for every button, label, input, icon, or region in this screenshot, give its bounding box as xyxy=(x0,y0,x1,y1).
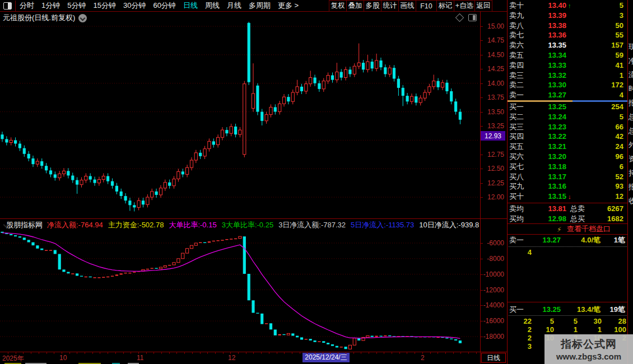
menu-item-4[interactable]: 30分钟 xyxy=(123,1,146,11)
menu-item-7[interactable]: 周线 xyxy=(205,1,220,11)
level-volume: 24 xyxy=(586,142,623,152)
flow-bar xyxy=(208,241,211,242)
menu-item-10[interactable]: 更多 > xyxy=(278,1,299,11)
candlestick-plot[interactable] xyxy=(0,11,480,218)
clipped-tab-glyph[interactable]: 时 xyxy=(629,84,633,94)
divider xyxy=(508,302,628,302)
menu-item-1[interactable]: 1分钟 xyxy=(41,1,60,11)
chart-title: 元祖股份(日线.前复权) xyxy=(3,13,75,23)
menu-item-9[interactable]: 多周期 xyxy=(249,1,271,11)
order-book-row[interactable]: 卖四13.3341 xyxy=(508,60,628,71)
clipped-tab-glyph[interactable]: 流 xyxy=(629,70,633,80)
clipped-tab-glyph[interactable]: 外 xyxy=(629,140,633,150)
order-book-row[interactable]: 买三13.2366 xyxy=(508,122,628,132)
menu-item-5[interactable]: 60分钟 xyxy=(153,1,175,11)
chevron-down-icon[interactable] xyxy=(78,14,87,22)
level-volume: 6 xyxy=(586,162,623,172)
order-book-row[interactable]: 卖七13.3655 xyxy=(508,30,628,40)
summary-label-2: 总买 xyxy=(570,214,585,224)
year-label: 2025年 xyxy=(2,354,24,363)
main-candle-chart[interactable]: 元祖股份(日线.前复权) xyxy=(0,11,481,218)
order-book-row[interactable]: 卖五13.3459 xyxy=(508,50,628,60)
tool-item-7[interactable]: +自选 xyxy=(454,0,475,12)
price-axis-label: 12.75 xyxy=(487,151,504,158)
level-price: 13.33 xyxy=(530,60,566,71)
candle-body xyxy=(106,176,109,181)
order-book-row[interactable]: 卖九13.393 xyxy=(508,11,628,21)
order-book-row[interactable]: 买四13.2242 xyxy=(508,132,628,142)
clipped-tab-glyph[interactable]: 报 xyxy=(629,98,633,108)
indicator-panel[interactable]: 股朋指标网 净流入额:-764.94主力资金:-502.78大单比率:-0.15… xyxy=(0,218,481,352)
clipped-tab-glyph[interactable]: 净 xyxy=(629,56,633,66)
menu-item-2[interactable]: 5分钟 xyxy=(67,1,86,11)
tool-item-3[interactable]: 统计 xyxy=(381,0,399,12)
candle-body xyxy=(432,81,435,87)
order-book-row[interactable]: 买十13.15↓12 xyxy=(508,192,628,202)
deep-quote-link[interactable]: 查看千档盘口 xyxy=(567,224,611,234)
order-book-row[interactable]: 卖一13.274 xyxy=(508,90,628,100)
candle-body xyxy=(27,154,30,158)
candle-body xyxy=(248,23,250,82)
divider xyxy=(508,203,628,203)
tool-item-1[interactable]: 叠加 xyxy=(347,0,364,12)
axis-tick xyxy=(480,274,483,275)
axis-tick xyxy=(480,321,483,321)
date-tick xyxy=(77,352,77,354)
level-price: 13.40 xyxy=(530,1,566,11)
queue-volume: 5 xyxy=(556,317,578,325)
period-badge[interactable]: 日线 xyxy=(481,353,506,363)
clipped-tab-glyph[interactable]: 报 xyxy=(629,182,633,192)
candle-body xyxy=(177,171,180,179)
order-book-row[interactable]: 买九13.1693 xyxy=(508,181,628,192)
tool-item-2[interactable]: 多股 xyxy=(364,0,381,12)
clipped-tab-glyph[interactable]: 总 xyxy=(629,126,633,136)
menu-item-6[interactable]: 日线 xyxy=(183,1,198,11)
candle-body xyxy=(366,62,369,69)
watermark: 指标公式网 www.zbgs3.com xyxy=(544,334,633,364)
order-book-row[interactable]: 买五13.2124 xyxy=(508,142,628,152)
window-split-icon[interactable] xyxy=(468,14,477,21)
candle-body xyxy=(388,68,391,74)
level-price: 13.22 xyxy=(530,132,566,142)
price-axis-label: 15.00 xyxy=(487,22,504,30)
candle-body xyxy=(265,115,268,121)
order-book-row[interactable]: 卖十13.40↑5 xyxy=(508,1,628,11)
order-book-row[interactable]: 卖三13.321 xyxy=(508,71,628,81)
tool-item-8[interactable]: 返回 xyxy=(475,0,492,12)
tool-item-4[interactable]: 画线 xyxy=(399,0,416,12)
flow-bar xyxy=(212,241,215,241)
clipped-tab-glyph[interactable]: 收 xyxy=(629,196,633,206)
candle-body xyxy=(406,96,409,101)
menu-item-0[interactable]: 分时 xyxy=(20,1,34,11)
order-book-row[interactable]: 卖八13.3850 xyxy=(508,21,628,31)
flow-bar xyxy=(102,277,105,278)
tool-item-6[interactable]: 标记 xyxy=(437,0,454,12)
diamond-icon[interactable] xyxy=(455,13,464,22)
flow-axis-label: -6000 xyxy=(487,239,504,247)
order-book-row[interactable]: 卖六13.35157 xyxy=(508,40,628,50)
order-book-row[interactable]: 买一13.25254 xyxy=(508,102,628,112)
menu-item-8[interactable]: 月线 xyxy=(227,1,241,11)
candle-body xyxy=(62,171,65,174)
order-book-row[interactable]: 买七13.186 xyxy=(508,162,628,172)
candle-body xyxy=(256,86,259,112)
tool-item-5[interactable]: F10 xyxy=(416,0,437,12)
menu-item-3[interactable]: 15分钟 xyxy=(93,1,115,11)
deep-quote-row[interactable]: ⚡查看千档盘口 xyxy=(508,224,628,234)
candle-body xyxy=(322,81,325,89)
order-book-row[interactable]: 买二13.245 xyxy=(508,112,628,122)
clipped-tab-glyph[interactable]: 资 xyxy=(629,154,633,164)
flow-plot[interactable] xyxy=(0,230,480,352)
order-book-row[interactable]: 卖二13.30172 xyxy=(508,80,628,90)
clipped-tab-glyph[interactable]: 现 xyxy=(629,42,633,52)
clipped-tab-glyph[interactable]: 总 xyxy=(629,112,633,122)
window-split-button[interactable] xyxy=(0,1,16,11)
flow-bar xyxy=(274,330,277,335)
candle-body xyxy=(142,200,145,204)
candle-body xyxy=(362,63,365,69)
order-book-row[interactable]: 买六13.2096 xyxy=(508,152,628,162)
order-book-row[interactable]: 买八13.1752 xyxy=(508,172,628,182)
clipped-tab-glyph[interactable]: 持 xyxy=(629,168,633,178)
tool-item-0[interactable]: 复权 xyxy=(329,0,347,12)
date-tick xyxy=(146,352,147,354)
